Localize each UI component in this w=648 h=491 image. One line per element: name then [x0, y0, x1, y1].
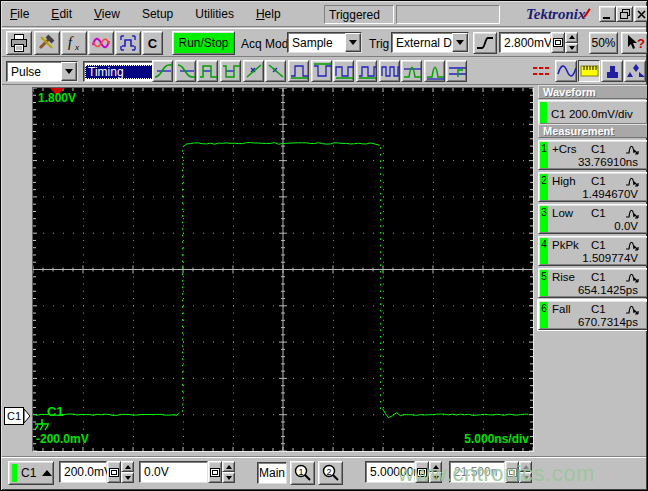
keypad-icon [507, 468, 517, 477]
channel-color-stripe [12, 464, 17, 482]
negative-pulse-button[interactable] [311, 60, 332, 82]
menu-help[interactable]: Help [256, 7, 281, 21]
acq-mode-select[interactable]: Sample [287, 32, 362, 53]
menu-view[interactable]: View [94, 7, 120, 21]
keypad-button[interactable] [551, 32, 565, 53]
keypad-icon [210, 468, 220, 477]
measurement-type-select[interactable]: Pulse [6, 61, 78, 82]
channel-marker-c1[interactable]: C1 [4, 407, 31, 425]
keypad-button[interactable] [107, 461, 121, 483]
horizontal-scale-input[interactable]: 5.00000ns [365, 461, 415, 483]
measurement-number: 2 [540, 174, 548, 200]
pulse-source-button[interactable] [115, 31, 141, 55]
negative-overshoot-button[interactable] [424, 60, 445, 82]
minimize-button[interactable] [599, 6, 616, 22]
frequency-button[interactable] [379, 60, 400, 82]
duty-cycle-button[interactable] [356, 60, 377, 82]
chevron-down-icon[interactable] [61, 62, 77, 81]
measurement-row-fall[interactable]: 6FallC1670.7314ps [538, 300, 648, 330]
keypad-icon [109, 468, 119, 477]
spin-down-button[interactable] [121, 472, 134, 483]
display-intensity-button[interactable]: 50% [589, 32, 618, 54]
zoom-2-button[interactable]: 2 [318, 461, 343, 485]
measurement-row-+crs[interactable]: 1+CrsC133.76910ns [538, 140, 648, 170]
negative-width-button[interactable] [220, 60, 241, 82]
spin-down-button[interactable] [222, 472, 235, 483]
run-stop-button[interactable]: Run/Stop [172, 31, 235, 55]
spin-up-button[interactable] [222, 461, 235, 472]
spin-up-button[interactable] [519, 461, 532, 472]
context-help-button[interactable]: ? [621, 32, 648, 54]
waveform-display[interactable]: 1.800V -200.0mV 5.000ns/div C1 [32, 87, 534, 452]
measurement-source: C1 [591, 271, 606, 283]
delay-button[interactable] [446, 60, 467, 82]
fx-icon: f x [64, 33, 84, 53]
measurement-button[interactable] [578, 60, 600, 82]
vertical-top-label: 1.800V [38, 91, 76, 105]
falling-slew-rate-icon [266, 62, 285, 80]
menu-edit[interactable]: Edit [51, 7, 72, 21]
waveform-display-icon [556, 62, 576, 80]
measurement-number: 4 [540, 238, 548, 264]
trigger-level-input[interactable]: 2.800mV [499, 32, 551, 53]
measurement-row-rise[interactable]: 5RiseC1654.1425ps [538, 268, 648, 298]
histogram-button[interactable] [601, 60, 623, 82]
menu-utilities[interactable]: Utilities [195, 7, 234, 21]
vertical-offset-input[interactable]: 0.0V [139, 461, 208, 483]
vertical-scale-input[interactable]: 200.0mV [59, 461, 107, 483]
clear-button[interactable]: C [142, 31, 163, 55]
utility-tools-button[interactable] [34, 31, 60, 55]
channel-arrow-icon [24, 407, 31, 425]
measurement-row-low[interactable]: 3LowC10.0V [538, 204, 648, 234]
spin-down-button[interactable] [565, 43, 578, 54]
rising-slew-rate-button[interactable] [243, 60, 264, 82]
zoom-1-button[interactable]: 1 [290, 461, 315, 485]
spin-up-button[interactable] [565, 32, 578, 43]
keypad-button[interactable] [415, 461, 429, 483]
chevron-down-icon[interactable] [452, 33, 468, 52]
spin-up-button[interactable] [429, 461, 442, 472]
restore-icon [620, 9, 630, 19]
rise-time-icon [153, 62, 172, 80]
rise-time-button[interactable] [152, 60, 173, 82]
positive-pulse-button[interactable] [288, 60, 309, 82]
positive-overshoot-button[interactable] [401, 60, 422, 82]
mask-button[interactable] [624, 60, 646, 82]
horizontal-position-input[interactable]: 21.500n [449, 461, 505, 483]
spin-up-button[interactable] [121, 461, 134, 472]
horizontal-position-stepper [519, 461, 532, 483]
trigger-source-select[interactable]: External Direct [391, 32, 469, 53]
math-function-button[interactable]: f x [61, 31, 87, 55]
svg-text:1: 1 [299, 466, 304, 476]
keypad-button[interactable] [505, 461, 519, 483]
fall-time-button[interactable] [175, 60, 196, 82]
print-button[interactable] [6, 31, 32, 55]
menu-setup[interactable]: Setup [142, 7, 173, 21]
menu-file[interactable]: File [10, 7, 29, 21]
chevron-down-icon[interactable] [345, 33, 361, 52]
timebase-mode-display: Main [257, 462, 287, 484]
app-window: File Edit View Setup Utilities Help Trig… [0, 0, 648, 491]
close-button[interactable] [634, 6, 648, 22]
measurement-row-high[interactable]: 2HighC11.494670V [538, 172, 648, 202]
keypad-button[interactable] [208, 461, 222, 483]
waveform-shape-icon [625, 239, 641, 251]
waveform-shape-icon [625, 303, 641, 315]
cursors-button[interactable] [530, 60, 552, 82]
waveform-display-button[interactable] [555, 60, 577, 82]
cursors-icon [530, 62, 552, 80]
channel-select-button[interactable]: C1 [8, 461, 54, 485]
waveform-math-button[interactable] [88, 31, 114, 55]
trigger-slope-button[interactable] [473, 32, 497, 54]
restore-button[interactable] [616, 6, 633, 22]
spin-down-button[interactable] [429, 472, 442, 483]
main-toolbar: f x C Run/Stop Acq Mode Sample Trig Exte… [2, 28, 646, 57]
ground-reference-icon[interactable] [34, 419, 52, 435]
falling-slew-rate-button[interactable] [265, 60, 286, 82]
positive-width-button[interactable] [197, 60, 218, 82]
measurement-name: High [552, 175, 576, 187]
measurement-row-pkpk[interactable]: 4PkPkC11.509774V [538, 236, 648, 266]
waveform-channel-row[interactable]: C1 200.0mV/div [538, 100, 648, 125]
period-button[interactable] [333, 60, 354, 82]
spin-down-button[interactable] [519, 472, 532, 483]
